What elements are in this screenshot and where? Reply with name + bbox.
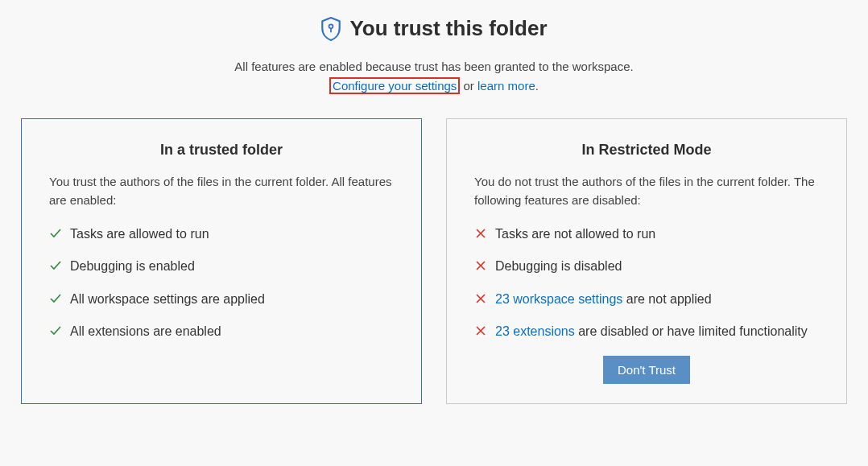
button-row: Don't Trust	[474, 356, 819, 384]
title-row: You trust this folder	[16, 16, 852, 41]
list-item: Debugging is enabled	[49, 258, 394, 275]
learn-more-link[interactable]: learn more	[477, 79, 535, 93]
list-item: 23 extensions are disabled or have limit…	[474, 323, 819, 340]
cross-icon	[474, 324, 487, 337]
dont-trust-button[interactable]: Don't Trust	[603, 356, 690, 384]
feature-text: 23 workspace settings are not applied	[495, 291, 712, 308]
list-item: All extensions are enabled	[49, 323, 394, 340]
shield-trust-icon	[320, 17, 341, 41]
trusted-panel-description: You trust the authors of the files in th…	[49, 173, 394, 209]
check-icon	[49, 292, 62, 305]
list-item: All workspace settings are applied	[49, 291, 394, 308]
cross-icon	[474, 292, 487, 305]
svg-point-0	[329, 24, 333, 28]
feature-text: All extensions are enabled	[70, 323, 221, 340]
list-item: Debugging is disabled	[474, 258, 819, 275]
extensions-link[interactable]: 23 extensions	[495, 324, 575, 338]
trust-header: You trust this folder All features are e…	[16, 16, 852, 96]
trusted-feature-list: Tasks are allowed to run Debugging is en…	[49, 225, 394, 341]
list-item: Tasks are allowed to run	[49, 225, 394, 243]
check-icon	[49, 324, 62, 337]
restricted-feature-list: Tasks are not allowed to run Debugging i…	[474, 225, 819, 341]
feature-text: Debugging is disabled	[495, 258, 622, 275]
configure-settings-highlight: Configure your settings	[329, 77, 460, 94]
configure-settings-link[interactable]: Configure your settings	[333, 79, 457, 93]
subtitle-prefix: All features are enabled because trust h…	[234, 60, 633, 73]
restricted-panel-title: In Restricted Mode	[474, 142, 819, 159]
restricted-panel-description: You do not trust the authors of the file…	[474, 173, 819, 209]
trusted-panel-title: In a trusted folder	[49, 142, 394, 159]
feature-text: All workspace settings are applied	[70, 291, 265, 308]
feature-text-after: are disabled or have limited functionali…	[575, 324, 808, 338]
between-text: or	[460, 79, 477, 93]
cross-icon	[474, 259, 487, 272]
feature-text: Tasks are not allowed to run	[495, 225, 655, 243]
list-item: Tasks are not allowed to run	[474, 225, 819, 243]
list-item: 23 workspace settings are not applied	[474, 291, 819, 308]
panels-container: In a trusted folder You trust the author…	[16, 118, 852, 404]
cross-icon	[474, 227, 487, 240]
feature-text-after: are not applied	[622, 292, 711, 306]
subtitle-suffix: .	[535, 79, 539, 93]
restricted-panel: In Restricted Mode You do not trust the …	[446, 118, 847, 404]
check-icon	[49, 227, 62, 240]
page-title: You trust this folder	[349, 16, 547, 41]
check-icon	[49, 259, 62, 272]
feature-text: 23 extensions are disabled or have limit…	[495, 323, 808, 340]
subtitle: All features are enabled because trust h…	[16, 57, 852, 96]
workspace-settings-link[interactable]: 23 workspace settings	[495, 292, 622, 306]
trusted-panel: In a trusted folder You trust the author…	[21, 118, 422, 404]
feature-text: Debugging is enabled	[70, 258, 195, 275]
feature-text: Tasks are allowed to run	[70, 225, 209, 243]
